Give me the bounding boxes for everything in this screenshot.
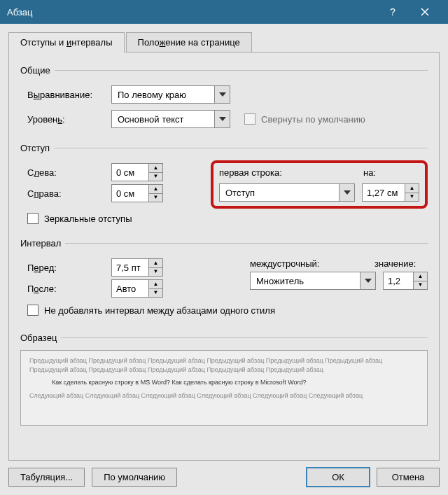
spin-down-icon[interactable]: ▼	[149, 289, 162, 298]
preview-main: Как сделать красную строку в MS Word? Ка…	[52, 378, 419, 387]
group-general: Общие	[20, 65, 55, 76]
outline-label: Уровень:	[20, 114, 111, 125]
first-line-by-spin[interactable]: 1,27 см ▲▼	[362, 183, 419, 202]
close-icon	[421, 8, 429, 16]
first-line-by-label: на:	[363, 167, 419, 178]
dont-add-space-label: Не добавлять интервал между абзацами одн…	[44, 305, 275, 316]
tab-indents-spacing[interactable]: Отступы и интервалы	[8, 32, 125, 53]
preview-box: Предыдущий абзац Предыдущий абзац Предыд…	[20, 350, 428, 426]
collapsed-checkbox	[244, 113, 255, 125]
preview-prev: Предыдущий абзац Предыдущий абзац Предыд…	[29, 356, 419, 374]
spin-up-icon[interactable]: ▲	[149, 185, 162, 194]
chevron-down-icon[interactable]	[360, 272, 375, 289]
tab-page-position[interactable]: Положение на странице	[126, 32, 252, 53]
space-before-spin[interactable]: 7,5 пт ▲▼	[111, 258, 163, 277]
line-at-label: значение:	[374, 258, 428, 269]
group-indent: Отступ	[20, 143, 54, 153]
svg-marker-2	[219, 92, 226, 97]
mirror-indents-label: Зеркальные отступы	[44, 214, 132, 224]
spin-down-icon[interactable]: ▼	[149, 173, 162, 181]
close-button[interactable]	[409, 0, 441, 24]
spin-down-icon[interactable]: ▼	[149, 194, 162, 202]
space-after-label: После:	[20, 284, 111, 294]
tab-bar: Отступы и интервалы Положение на страниц…	[8, 32, 440, 53]
ok-button[interactable]: ОК	[307, 468, 370, 487]
spin-down-icon[interactable]: ▼	[414, 281, 427, 290]
help-button[interactable]: ?	[377, 0, 409, 24]
titlebar: Абзац ?	[0, 0, 448, 24]
default-button[interactable]: По умолчанию	[92, 468, 177, 487]
svg-marker-3	[219, 117, 226, 121]
line-spacing-combo[interactable]: Множитель	[250, 272, 376, 290]
tabs-button[interactable]: Табуляция...	[8, 468, 85, 487]
spin-down-icon[interactable]: ▼	[149, 268, 162, 277]
first-line-combo[interactable]: Отступ	[219, 183, 355, 202]
spin-up-icon[interactable]: ▲	[149, 280, 162, 289]
alignment-label: Выравнивание:	[20, 90, 111, 100]
spin-up-icon[interactable]: ▲	[405, 184, 419, 193]
chevron-down-icon[interactable]	[214, 86, 230, 103]
group-spacing: Интервал	[20, 238, 65, 249]
preview-next: Следующий абзац Следующий абзац Следующи…	[29, 391, 419, 400]
spin-down-icon[interactable]: ▼	[405, 193, 419, 202]
svg-marker-4	[344, 190, 351, 195]
space-after-spin[interactable]: Авто ▲▼	[111, 279, 163, 298]
indent-left-spin[interactable]: 0 см ▲▼	[111, 163, 163, 181]
line-at-spin[interactable]: 1,2 ▲▼	[383, 272, 428, 290]
indent-left-label: Слева:	[20, 167, 111, 178]
collapsed-label: Свернуты по умолчанию	[261, 114, 365, 125]
window-title: Абзац	[7, 7, 377, 18]
first-line-label: первая строка:	[219, 167, 356, 178]
chevron-down-icon[interactable]	[339, 184, 354, 201]
alignment-combo[interactable]: По левому краю	[111, 85, 230, 104]
dont-add-space-checkbox[interactable]	[27, 305, 38, 316]
line-spacing-label: междустрочный:	[250, 258, 360, 269]
indent-right-label: Справа:	[20, 188, 111, 199]
spin-up-icon[interactable]: ▲	[149, 259, 162, 268]
group-preview: Образец	[20, 333, 61, 343]
outline-combo[interactable]: Основной текст	[111, 110, 230, 128]
cancel-button[interactable]: Отмена	[377, 468, 440, 487]
svg-marker-5	[365, 279, 372, 283]
highlight-box: первая строка: на: Отступ 1,27 см ▲▼	[211, 160, 428, 209]
space-before-label: Перед:	[20, 263, 111, 273]
chevron-down-icon[interactable]	[214, 111, 230, 127]
mirror-indents-checkbox[interactable]	[27, 213, 38, 224]
spin-up-icon[interactable]: ▲	[414, 272, 427, 281]
indent-right-spin[interactable]: 0 см ▲▼	[111, 184, 163, 202]
spin-up-icon[interactable]: ▲	[149, 164, 162, 173]
